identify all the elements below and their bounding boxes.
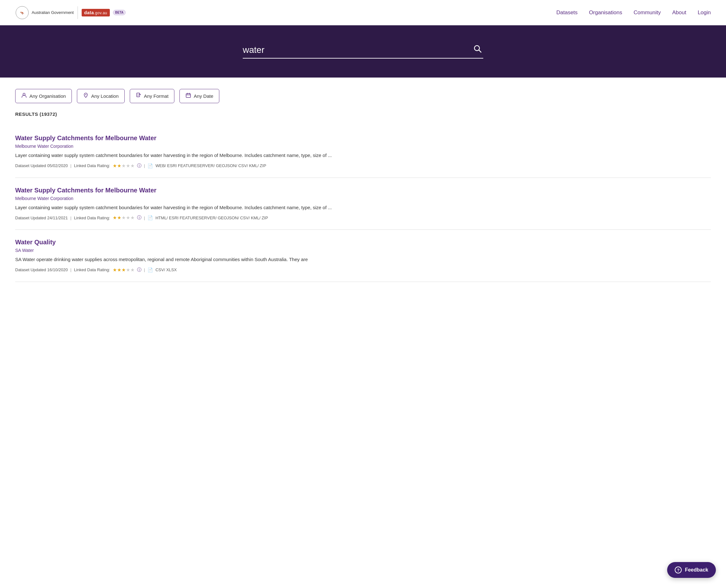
format-doc-icon-3: 📄: [147, 268, 153, 272]
nav-organisations[interactable]: Organisations: [589, 9, 622, 16]
organisation-icon: [21, 92, 27, 100]
result-title-3[interactable]: Water Quality: [15, 238, 56, 246]
filter-location-label: Any Location: [91, 93, 119, 99]
result-meta-2: Dataset Updated 24/11/2021 | Linked Data…: [15, 215, 711, 220]
location-icon: [83, 92, 89, 100]
crest-icon: 🦘: [15, 6, 29, 20]
result-updated-1: Dataset Updated 05/02/2020: [15, 163, 68, 168]
search-icon: [473, 44, 482, 53]
result-desc-3: SA Water operate drinking water supplies…: [15, 256, 711, 263]
result-updated-3: Dataset Updated 16/10/2020: [15, 268, 68, 272]
filter-date-button[interactable]: Any Date: [180, 89, 219, 103]
result-stars-3: ★ ★ ★ ★ ★: [113, 267, 134, 273]
site-header: 🦘 Australian Government data.gov.au beta…: [0, 0, 726, 25]
info-icon-2[interactable]: ⓘ: [137, 215, 142, 220]
search-button[interactable]: [472, 44, 483, 56]
filter-date-label: Any Date: [194, 93, 213, 99]
result-org-2: Melbourne Water Corporation: [15, 196, 711, 201]
main-nav: Datasets Organisations Community About L…: [556, 9, 711, 16]
result-meta-3: Dataset Updated 16/10/2020 | Linked Data…: [15, 267, 711, 273]
search-hero: [0, 25, 726, 78]
table-row: Water Quality SA Water SA Water operate …: [15, 230, 711, 282]
result-formats-3: CSV/ XLSX: [155, 268, 177, 272]
format-doc-icon-1: 📄: [147, 163, 153, 168]
table-row: Water Supply Catchments for Melbourne Wa…: [15, 126, 711, 178]
result-rating-label-1: Linked Data Rating:: [74, 163, 110, 168]
svg-rect-6: [137, 93, 140, 97]
filter-format-label: Any Format: [144, 93, 169, 99]
result-formats-2: HTML/ ESRI FEATURESERVER/ GEOJSON/ CSV/ …: [155, 215, 268, 220]
table-row: Water Supply Catchments for Melbourne Wa…: [15, 178, 711, 230]
gov-name-label: Australian Government: [32, 10, 74, 15]
filter-organisation-label: Any Organisation: [29, 93, 66, 99]
result-rating-label-3: Linked Data Rating:: [74, 268, 110, 272]
filters-bar: Any Organisation Any Location Any Format: [0, 78, 726, 108]
svg-text:🦘: 🦘: [20, 11, 24, 15]
date-icon: [185, 92, 191, 100]
nav-community[interactable]: Community: [634, 9, 661, 16]
logo-area: 🦘 Australian Government data.gov.au beta: [15, 6, 126, 20]
result-title-2[interactable]: Water Supply Catchments for Melbourne Wa…: [15, 187, 156, 194]
svg-line-3: [479, 50, 481, 52]
result-org-3: SA Water: [15, 248, 711, 253]
result-org-1: Melbourne Water Corporation: [15, 144, 711, 149]
result-desc-1: Layer containing water supply system cat…: [15, 152, 711, 159]
info-icon-1[interactable]: ⓘ: [137, 163, 142, 169]
search-bar: [243, 44, 483, 59]
nav-login[interactable]: Login: [698, 9, 711, 16]
result-rating-label-2: Linked Data Rating:: [74, 215, 110, 220]
logo-divider: [78, 6, 78, 19]
result-stars-2: ★ ★ ★ ★ ★: [113, 215, 134, 220]
gov-logo: 🦘 Australian Government: [15, 6, 74, 20]
format-icon: [136, 92, 142, 100]
result-desc-2: Layer containing water supply system cat…: [15, 204, 711, 211]
svg-point-5: [85, 94, 86, 95]
nav-datasets[interactable]: Datasets: [556, 9, 578, 16]
data-logo-box: data.gov.au: [82, 9, 110, 17]
filter-location-button[interactable]: Any Location: [77, 89, 125, 103]
format-doc-icon-2: 📄: [147, 215, 153, 220]
result-formats-1: WEB/ ESRI FEATURESERVER/ GEOJSON/ CSV/ K…: [155, 163, 266, 168]
filter-format-button[interactable]: Any Format: [130, 89, 175, 103]
nav-about[interactable]: About: [672, 9, 686, 16]
search-input[interactable]: [243, 45, 472, 55]
result-title-1[interactable]: Water Supply Catchments for Melbourne Wa…: [15, 134, 156, 142]
svg-rect-9: [186, 94, 190, 98]
info-icon-3[interactable]: ⓘ: [137, 267, 142, 273]
results-area: RESULTS (19372) Water Supply Catchments …: [0, 108, 726, 301]
result-stars-1: ★ ★ ★ ★ ★: [113, 163, 134, 169]
beta-badge: beta: [113, 10, 126, 15]
result-meta-1: Dataset Updated 05/02/2020 | Linked Data…: [15, 163, 711, 169]
result-updated-2: Dataset Updated 24/11/2021: [15, 215, 68, 220]
data-logo: data.gov.au beta: [82, 9, 126, 17]
results-count: RESULTS (19372): [15, 111, 711, 117]
filter-organisation-button[interactable]: Any Organisation: [15, 89, 72, 103]
